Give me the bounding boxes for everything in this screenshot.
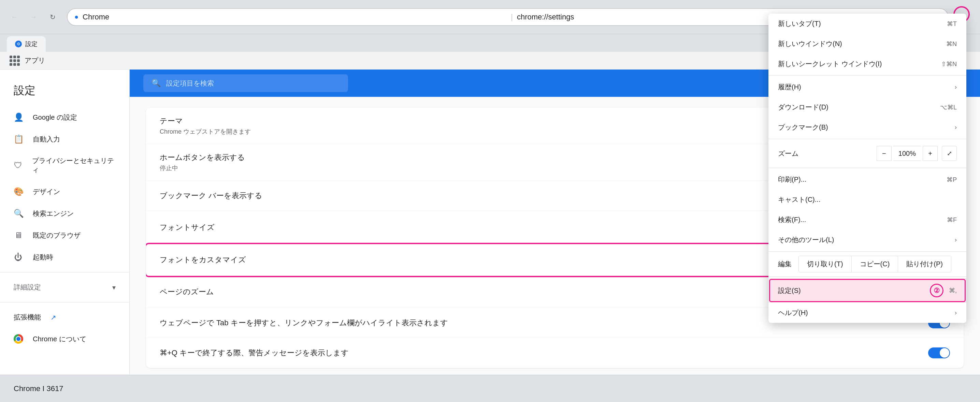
zoom-value: 100% <box>893 146 921 161</box>
sidebar-item-autofill[interactable]: 📋 自動入力 <box>0 128 129 150</box>
sidebar-item-label: 起動時 <box>33 253 53 262</box>
menu-item-find[interactable]: 検索(F)... ⌘F <box>768 210 966 230</box>
nav-buttons: ← → ↻ <box>7 10 60 25</box>
sidebar-item-search[interactable]: 🔍 検索エンジン <box>0 203 129 224</box>
copy-button[interactable]: コピー(C) <box>852 256 898 272</box>
chevron-right-icon: › <box>955 124 957 131</box>
zoom-minus-button[interactable]: − <box>877 146 892 161</box>
context-menu: 新しいタブ(T) ⌘T 新しいウインドウ(N) ⌘N 新しいシークレット ウイン… <box>768 14 966 323</box>
forward-button[interactable]: → <box>26 10 41 25</box>
sidebar-item-default-browser[interactable]: 🖥 既定のブラウザ <box>0 224 129 246</box>
menu-item-more-tools[interactable]: その他のツール(L) › <box>768 230 966 250</box>
menu-item-help[interactable]: ヘルプ(H) › <box>768 303 966 323</box>
apps-grid-icon[interactable] <box>10 56 20 66</box>
tab-label: 設定 <box>25 40 38 48</box>
sidebar-title: 設定 <box>0 78 129 106</box>
settings-row-quit-warning: ⌘+Q キーで終了する際、警告メッセージを表示します <box>146 338 964 368</box>
menu-item-new-tab[interactable]: 新しいタブ(T) ⌘T <box>768 14 966 34</box>
power-icon: ⏻ <box>14 252 23 262</box>
menu-divider-2 <box>768 139 966 139</box>
chevron-right-icon: › <box>955 309 957 316</box>
settings-search-box[interactable]: 🔍 設定項目を検索 <box>143 74 348 92</box>
address-separator: | <box>511 13 513 21</box>
sidebar-item-privacy[interactable]: 🛡 プライバシーとセキュリティ <box>0 150 129 181</box>
person-icon: 👤 <box>14 113 23 122</box>
cut-button[interactable]: 切り取り(T) <box>799 256 852 272</box>
external-link-icon: ↗ <box>51 313 56 321</box>
autofill-icon: 📋 <box>14 134 23 144</box>
sidebar: 設定 👤 Google の設定 📋 自動入力 🛡 プライバシーとセキュリティ 🎨… <box>0 70 130 402</box>
menu-item-print[interactable]: 印刷(P)... ⌘P <box>768 170 966 189</box>
row-text: フォントサイズ <box>160 222 215 232</box>
edit-buttons: 切り取り(T) コピー(C) 貼り付け(P) <box>799 256 951 272</box>
menu-divider-3 <box>768 168 966 168</box>
sidebar-item-startup[interactable]: ⏻ 起動時 <box>0 246 129 268</box>
quit-warning-toggle[interactable] <box>928 348 950 358</box>
search-placeholder: 設定項目を検索 <box>166 79 214 88</box>
status-bar: Chrome I 3617 <box>0 375 980 402</box>
zoom-plus-button[interactable]: + <box>923 146 938 161</box>
menu-item-zoom: ズーム − 100% + ⤢ <box>768 140 966 167</box>
row-text: テーマ Chrome ウェブストアを開きます <box>160 116 251 136</box>
menu-item-new-window[interactable]: 新しいウインドウ(N) ⌘N <box>768 34 966 54</box>
menu-item-incognito[interactable]: 新しいシークレット ウインドウ(I) ⇧⌘N <box>768 54 966 74</box>
sidebar-divider <box>0 272 129 272</box>
menu-item-downloads[interactable]: ダウンロード(D) ⌥⌘L <box>768 97 966 117</box>
menu-divider <box>768 75 966 76</box>
sidebar-item-label: Chrome について <box>33 334 86 344</box>
sidebar-advanced[interactable]: 詳細設定 ▾ <box>0 276 129 298</box>
sidebar-divider-2 <box>0 302 129 302</box>
sidebar-item-label: Google の設定 <box>33 113 77 122</box>
menu-item-settings[interactable]: 設定(S) ② ⌘, <box>768 278 966 303</box>
browser-name: Chrome <box>83 13 507 21</box>
menu-item-bookmarks[interactable]: ブックマーク(B) › <box>768 117 966 137</box>
menu-divider-4 <box>768 251 966 252</box>
menu-item-history[interactable]: 履歴(H) › <box>768 77 966 97</box>
chrome-logo-icon <box>14 334 23 344</box>
edit-row: 編集 切り取り(T) コピー(C) 貼り付け(P) <box>768 253 966 275</box>
fullscreen-button[interactable]: ⤢ <box>942 146 957 161</box>
row-text: ウェブページで Tab キーを押すと、リンクやフォーム欄がハイライト表示されます <box>160 318 448 328</box>
sidebar-item-label: 既定のブラウザ <box>33 231 81 240</box>
sidebar-item-label: プライバシーとセキュリティ <box>32 156 116 175</box>
chevron-right-icon: › <box>955 236 957 243</box>
globe-icon: ● <box>75 13 78 21</box>
status-text: Chrome I 3617 <box>14 384 64 393</box>
sidebar-item-google[interactable]: 👤 Google の設定 <box>0 106 129 128</box>
back-button[interactable]: ← <box>7 10 22 25</box>
menu-divider-5 <box>768 276 966 277</box>
sidebar-item-about[interactable]: Chrome について <box>0 328 129 350</box>
row-text: ブックマーク バーを表示する <box>160 191 262 201</box>
settings-tab[interactable]: ⚙ 設定 <box>7 36 46 52</box>
chevron-down-icon: ▾ <box>112 283 116 292</box>
palette-icon: 🎨 <box>14 187 23 196</box>
row-text: フォントをカスタマイズ <box>160 255 246 265</box>
magnify-icon: 🔍 <box>14 209 23 218</box>
sidebar-item-label: 自動入力 <box>33 135 60 144</box>
row-text: ページのズーム <box>160 287 214 297</box>
sidebar-item-extensions[interactable]: 拡張機能 ↗ <box>0 307 129 328</box>
menu-item-cast[interactable]: キャスト(C)... <box>768 189 966 210</box>
row-text: ⌘+Q キーで終了する際、警告メッセージを表示します <box>160 348 349 358</box>
sidebar-item-design[interactable]: 🎨 デザイン <box>0 181 129 203</box>
shield-icon: 🛡 <box>14 160 22 170</box>
chevron-right-icon: › <box>955 84 957 91</box>
toggle-knob <box>940 348 949 358</box>
refresh-button[interactable]: ↻ <box>45 10 60 25</box>
extensions-label: 拡張機能 <box>14 313 41 322</box>
row-text: ホームボタンを表示する 停止中 <box>160 153 245 172</box>
monitor-icon: 🖥 <box>14 230 23 240</box>
paste-button[interactable]: 貼り付け(P) <box>898 256 951 272</box>
search-icon: 🔍 <box>151 79 161 87</box>
zoom-controls: − 100% + ⤢ <box>877 146 957 161</box>
sidebar-item-label: デザイン <box>33 187 60 196</box>
annotation-circle-2: ② <box>930 284 943 297</box>
sidebar-item-label: 検索エンジン <box>33 209 74 218</box>
apps-label: アプリ <box>25 56 45 65</box>
tab-favicon: ⚙ <box>15 41 22 48</box>
